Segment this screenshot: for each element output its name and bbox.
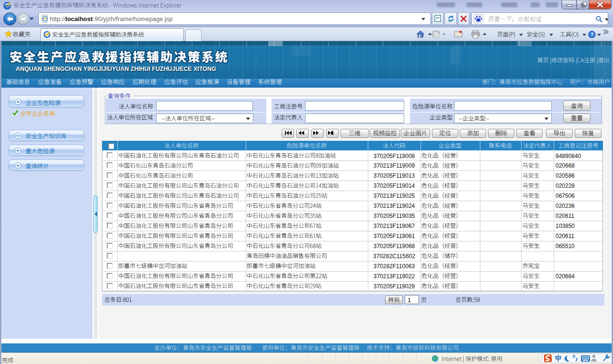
svg-text:?: ? [590, 32, 594, 37]
